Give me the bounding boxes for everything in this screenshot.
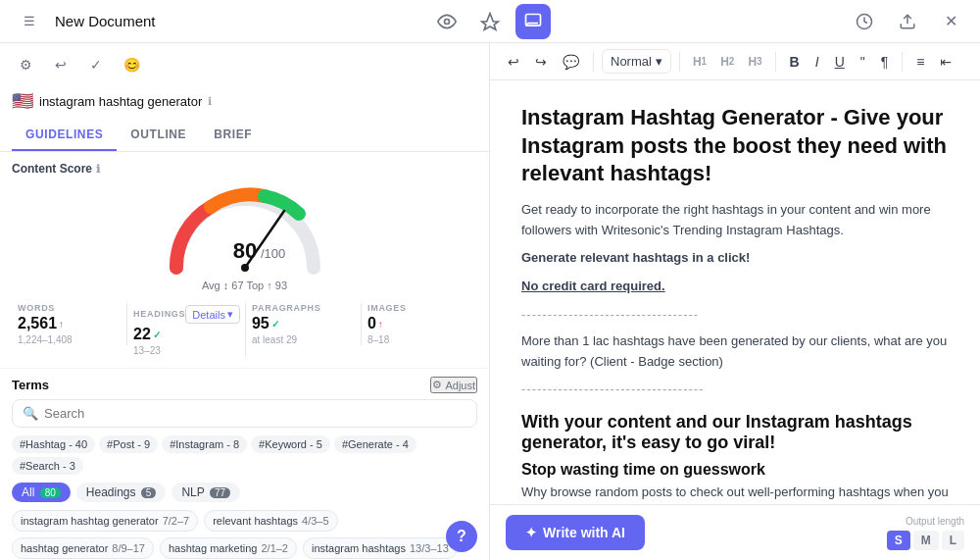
menu-button[interactable]: ☰ xyxy=(12,4,47,39)
redo-icon: ↪ xyxy=(535,54,547,70)
emoji-icon-btn[interactable]: 😊 xyxy=(118,51,145,78)
tags-grid: instagram hashtag generator 7/2–7 releva… xyxy=(12,510,477,560)
stat-headings-range: 13–23 xyxy=(133,345,240,356)
adjust-button[interactable]: ⚙ Adjust xyxy=(430,377,477,393)
length-pill-m[interactable]: M xyxy=(913,531,939,550)
stat-paragraphs-label: PARAGRAPHS xyxy=(252,303,356,313)
stat-headings-value: 22 ✓ xyxy=(133,326,240,343)
details-button[interactable]: Details ▾ xyxy=(185,305,240,324)
svg-text:/100: /100 xyxy=(261,246,285,261)
underline-button[interactable]: U xyxy=(829,50,851,74)
help-button[interactable]: ? xyxy=(446,521,477,552)
h1-button[interactable]: H1 xyxy=(688,51,711,73)
words-arrow-icon: ↑ xyxy=(59,319,64,330)
eye-icon xyxy=(437,12,457,31)
stat-images: IMAGES 0 ↑ 8–18 xyxy=(362,299,477,349)
tag-relevant-hashtags: relevant hashtags 4/3–5 xyxy=(204,510,337,532)
stat-paragraphs-range: at least 29 xyxy=(252,334,356,345)
share-icon xyxy=(899,13,916,30)
editor-bold1: Generate relevant hashtags in a click! xyxy=(521,248,949,269)
settings-icon-btn[interactable]: ⚙ xyxy=(12,51,39,78)
tags-row-1: hashtag generator 8/9–17 hashtag marketi… xyxy=(12,537,477,559)
tab-guidelines[interactable]: GUIDELINES xyxy=(12,120,117,151)
top-bar-center xyxy=(429,4,551,39)
headings-badge: 5 xyxy=(141,487,157,498)
hashtag-filter-1[interactable]: #Post - 9 xyxy=(99,435,158,453)
tag-instagram-hashtags: instagram hashtags 13/3–13 xyxy=(303,537,458,559)
tags-row-0: instagram hashtag generator 7/2–7 releva… xyxy=(12,510,477,532)
undo-button[interactable]: ↩ xyxy=(502,50,525,74)
length-pill-s[interactable]: S xyxy=(887,531,910,550)
hashtag-filter-4[interactable]: #Generate - 4 xyxy=(334,435,416,453)
history-button[interactable] xyxy=(847,4,882,39)
italic-button[interactable]: I xyxy=(809,50,825,74)
tab-brief[interactable]: BRIEF xyxy=(200,120,266,151)
undo-icon: ↩ xyxy=(508,54,519,70)
quote-button[interactable]: " xyxy=(855,50,871,74)
hashtag-filter-3[interactable]: #Keyword - 5 xyxy=(251,435,330,453)
indent-button[interactable]: ⇥ xyxy=(934,50,957,74)
editor-divider1: ---------------------------------- xyxy=(521,305,949,326)
style-select[interactable]: Normal ▾ xyxy=(602,49,671,74)
close-icon: ✕ xyxy=(945,12,957,30)
rocket-icon xyxy=(480,12,500,31)
doc-name-label: instagram hashtag generator xyxy=(39,94,202,109)
tab-outline[interactable]: OUTLINE xyxy=(117,120,200,151)
rocket-button[interactable] xyxy=(472,4,508,39)
content-score-section: Content Score ℹ 80 xyxy=(0,152,489,291)
close-button[interactable]: ✕ xyxy=(933,4,968,39)
hashtag-filter-2[interactable]: #Instagram - 8 xyxy=(162,435,247,453)
search-input[interactable] xyxy=(44,406,466,421)
tab-pill-headings[interactable]: Headings 5 xyxy=(76,483,167,502)
stat-images-label: IMAGES xyxy=(368,303,471,313)
content-score-label: Content Score ℹ xyxy=(12,162,477,176)
svg-text:80: 80 xyxy=(232,238,256,263)
content-score-info-icon: ℹ xyxy=(96,163,100,176)
left-header-icons: ⚙ ↩ ✓ 😊 xyxy=(12,51,477,86)
ai-bottom-bar: ✦ Write with AI Output length S M L xyxy=(490,504,980,560)
align-button[interactable]: ≡ xyxy=(910,50,930,74)
chat-button[interactable] xyxy=(515,4,551,39)
hashtag-filters: #Hashtag - 40 #Post - 9 #Instagram - 8 #… xyxy=(12,435,477,475)
length-pill-l[interactable]: L xyxy=(942,531,964,550)
hashtag-filter-0[interactable]: #Hashtag - 40 xyxy=(12,435,95,453)
editor-p1: Get ready to incorporate the right hasht… xyxy=(521,200,949,241)
terms-section: Terms ⚙ Adjust 🔍 #Hashtag - 40 #Post - 9… xyxy=(0,369,489,560)
redo-button[interactable]: ↪ xyxy=(529,50,553,74)
paragraphs-arrow-icon: ✓ xyxy=(271,319,279,330)
check-icon-btn[interactable]: ✓ xyxy=(82,51,110,78)
eye-button[interactable] xyxy=(429,4,465,39)
tab-pill-all[interactable]: All 80 xyxy=(12,483,71,502)
comment-icon: 💬 xyxy=(563,54,579,70)
hashtag-filter-5[interactable]: #Search - 3 xyxy=(12,457,83,475)
stat-headings-label: HEADINGS xyxy=(133,309,185,319)
stat-words-label: WORDS xyxy=(18,303,122,313)
style-chevron-icon: ▾ xyxy=(656,54,662,69)
output-length-control: Output length S M L xyxy=(887,516,964,550)
undo-left-icon-btn[interactable]: ↩ xyxy=(47,51,74,78)
chevron-down-icon: ▾ xyxy=(227,308,233,321)
main-layout: ⚙ ↩ ✓ 😊 🇺🇸 instagram hashtag generator ℹ… xyxy=(0,43,980,560)
document-title: New Document xyxy=(55,13,156,29)
top-bar-left: ☰ New Document xyxy=(12,4,429,39)
editor-h2: With your content and our Instagram hash… xyxy=(521,412,949,453)
ai-sparkle-icon: ✦ xyxy=(525,525,537,540)
tag-instagram-hashtag-generator: instagram hashtag generator 7/2–7 xyxy=(12,510,198,532)
share-button[interactable] xyxy=(890,4,925,39)
tag-hashtag-generator: hashtag generator 8/9–17 xyxy=(12,537,154,559)
h2-button[interactable]: H2 xyxy=(715,51,739,73)
stat-words: WORDS 2,561 ↑ 1,224–1,408 xyxy=(12,299,127,349)
top-bar-right: ✕ xyxy=(551,4,968,39)
write-with-ai-button[interactable]: ✦ Write with AI xyxy=(506,515,645,550)
comment-button[interactable]: 💬 xyxy=(557,50,585,74)
tab-pill-nlp[interactable]: NLP 77 xyxy=(172,483,240,502)
bold-button[interactable]: B xyxy=(784,50,806,74)
paragraph-button[interactable]: ¶ xyxy=(875,50,895,74)
history-icon xyxy=(856,13,873,30)
editor-content[interactable]: Instagram Hashtag Generator - Give your … xyxy=(490,80,980,560)
h3-button[interactable]: H3 xyxy=(743,51,766,73)
stat-images-value: 0 ↑ xyxy=(368,315,471,332)
style-label: Normal xyxy=(611,54,652,69)
search-icon: 🔍 xyxy=(23,406,38,421)
terms-title: Terms xyxy=(12,378,49,392)
